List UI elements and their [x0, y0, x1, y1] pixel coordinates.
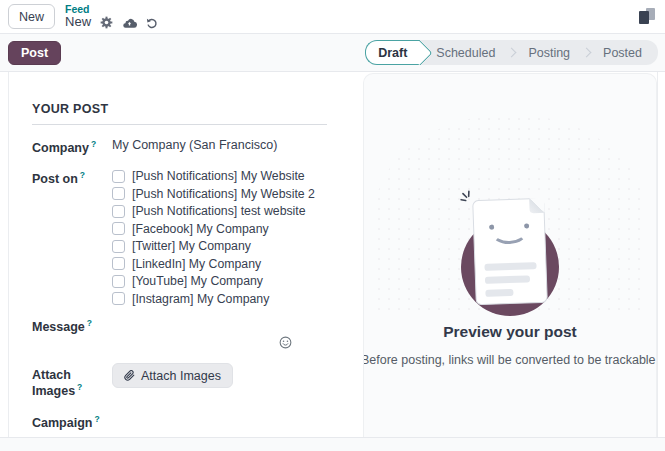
checkbox-youtube[interactable]: [YouTube] My Company: [112, 274, 315, 288]
text-line: [485, 289, 513, 297]
checkbox[interactable]: [112, 222, 125, 235]
preview-panel: Preview your post Before posting, links …: [363, 73, 657, 437]
field-row-message: Message?: [32, 317, 363, 351]
checkbox[interactable]: [112, 275, 125, 288]
help-question-mark: ?: [77, 382, 82, 392]
campaign-field[interactable]: [112, 413, 292, 428]
statusbar: Draft Scheduled Posting Posted: [365, 40, 658, 65]
paperclip-icon: [124, 370, 135, 381]
field-label-attach-images: Attach Images?: [32, 367, 112, 398]
checkbox[interactable]: [112, 170, 125, 183]
statusbar-step-scheduled[interactable]: Scheduled: [420, 40, 507, 65]
preview-illustration: [440, 194, 580, 310]
smiley-mouth: [491, 219, 528, 244]
post-on-options: [Push Notifications] My Website [Push No…: [112, 169, 315, 309]
preview-subtitle: Before posting, links will be converted …: [363, 353, 657, 367]
field-label-message: Message?: [32, 317, 112, 351]
new-button[interactable]: New: [8, 4, 55, 29]
checkbox-push-my-website[interactable]: [Push Notifications] My Website: [112, 169, 315, 183]
emoji-icon[interactable]: [279, 336, 292, 349]
checkbox-push-my-website-2[interactable]: [Push Notifications] My Website 2: [112, 187, 315, 201]
text-line: [485, 275, 530, 284]
post-form: YOUR POST Company? My Company (San Franc…: [9, 72, 363, 437]
company-value[interactable]: My Company (San Francisco): [112, 138, 277, 155]
statusbar-step-posted[interactable]: Posted: [591, 40, 654, 65]
control-panel: Post Draft Scheduled Posting Posted: [0, 34, 665, 72]
checkbox-twitter[interactable]: [Twitter] My Company: [112, 239, 315, 253]
bottom-strip: [0, 437, 665, 451]
chevron-separator-icon: [582, 48, 592, 58]
checkbox[interactable]: [112, 292, 125, 305]
field-row-company: Company? My Company (San Francisco): [32, 138, 363, 155]
gear-icon[interactable]: [100, 16, 113, 29]
record-name: New: [65, 15, 91, 30]
checkbox-facebook[interactable]: [Facebook] My Company: [112, 222, 315, 236]
form-sheet: YOUR POST Company? My Company (San Franc…: [8, 72, 658, 437]
field-row-attach-images: Attach Images? Attach Images: [32, 367, 363, 398]
paper-icon: [472, 198, 548, 305]
breadcrumb-bar: New Feed New: [0, 0, 665, 34]
chevron-separator-icon: [507, 48, 517, 58]
breadcrumb: Feed New: [65, 3, 158, 30]
field-label-post-on: Post on?: [32, 169, 112, 309]
checkbox-linkedin[interactable]: [LinkedIn] My Company: [112, 257, 315, 271]
bookmark-icon[interactable]: [638, 8, 655, 25]
checkbox[interactable]: [112, 187, 125, 200]
checkbox[interactable]: [112, 240, 125, 253]
section-title: YOUR POST: [32, 102, 327, 125]
cloud-save-icon[interactable]: [122, 17, 137, 28]
post-button[interactable]: Post: [8, 41, 61, 65]
preview-title: Preview your post: [443, 323, 577, 341]
help-question-mark: ?: [87, 318, 92, 328]
statusbar-step-draft[interactable]: Draft: [365, 40, 420, 65]
undo-icon[interactable]: [146, 17, 158, 29]
help-question-mark: ?: [94, 414, 99, 424]
checkbox[interactable]: [112, 257, 125, 270]
field-label-company: Company?: [32, 138, 112, 155]
checkbox-instagram[interactable]: [Instagram] My Company: [112, 292, 315, 306]
checkbox[interactable]: [112, 205, 125, 218]
checkbox-push-test-website[interactable]: [Push Notifications] test website: [112, 204, 315, 218]
spark-icon: [459, 189, 478, 211]
help-question-mark: ?: [91, 139, 96, 149]
field-row-post-on: Post on? [Push Notifications] My Website…: [32, 169, 363, 309]
help-question-mark: ?: [80, 170, 85, 180]
message-field[interactable]: [112, 317, 292, 351]
statusbar-step-posting[interactable]: Posting: [516, 40, 582, 65]
field-label-campaign: Campaign?: [32, 413, 112, 430]
attach-images-button[interactable]: Attach Images: [112, 363, 233, 388]
text-line: [484, 262, 536, 271]
folded-corner: [529, 198, 545, 214]
field-row-campaign: Campaign?: [32, 413, 363, 430]
